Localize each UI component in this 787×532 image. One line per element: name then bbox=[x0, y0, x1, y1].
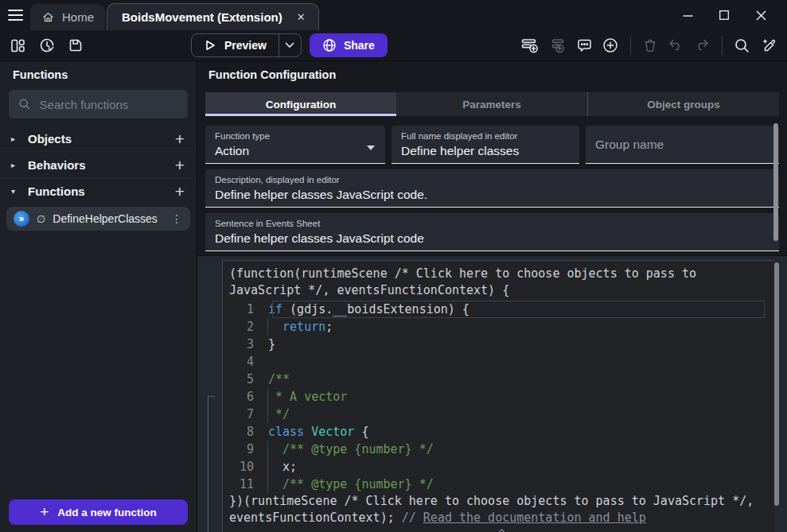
window-controls bbox=[669, 0, 779, 30]
add-comment-icon bbox=[576, 37, 593, 54]
function-item-label: DefineHelperClasses bbox=[53, 212, 164, 225]
code-line[interactable]: 11 /** @type {number} */ bbox=[229, 476, 774, 493]
description-field[interactable]: Description, displayed in editor Define … bbox=[205, 169, 779, 208]
save-button[interactable] bbox=[68, 37, 84, 53]
add-function-button[interactable]: + bbox=[175, 183, 185, 200]
line-number: 5 bbox=[229, 371, 266, 388]
close-window-button[interactable] bbox=[742, 0, 779, 30]
chevron-right-icon[interactable]: ▸ bbox=[11, 134, 19, 143]
private-icon: ∅ bbox=[37, 213, 45, 225]
undo-button[interactable] bbox=[667, 37, 684, 53]
line-number: 9 bbox=[229, 441, 266, 458]
code-text: /** @type {number} */ bbox=[266, 476, 434, 493]
code-line[interactable]: 6 * A vector bbox=[229, 388, 774, 406]
search-events-button[interactable] bbox=[734, 37, 750, 54]
title-bar: Home BoidsMovement (Extension) ✕ bbox=[0, 0, 787, 30]
tab-home[interactable]: Home bbox=[30, 4, 105, 30]
editor-scrollbar[interactable] bbox=[774, 262, 779, 506]
open-panels-button[interactable] bbox=[10, 37, 26, 54]
search-functions-box[interactable] bbox=[9, 90, 188, 118]
functions-sidebar: Functions ▸ Objects + ▸ Behaviors + ▾ Fu… bbox=[0, 61, 197, 532]
tree-section-objects[interactable]: ▸ Objects + bbox=[0, 126, 197, 152]
code-line[interactable]: 4 bbox=[229, 353, 774, 371]
toolbar: Preview Share bbox=[0, 30, 787, 60]
code-line[interactable]: 8class Vector { bbox=[229, 423, 774, 441]
close-window-icon bbox=[756, 10, 766, 21]
tab-boidsmovement[interactable]: BoidsMovement (Extension) ✕ bbox=[107, 3, 319, 30]
tree-section-behaviors[interactable]: ▸ Behaviors + bbox=[0, 152, 197, 178]
code-line[interactable]: 10 x; bbox=[229, 458, 774, 476]
code-header[interactable]: (function(runtimeScene /* Click here to … bbox=[229, 266, 767, 299]
search-icon bbox=[734, 37, 750, 54]
chevron-down-icon[interactable]: ▾ bbox=[11, 187, 19, 196]
tab-home-label: Home bbox=[62, 10, 94, 24]
code-text: } bbox=[266, 336, 275, 353]
code-text: /** @type {number} */ bbox=[266, 441, 434, 458]
field-value: Action bbox=[215, 144, 376, 158]
app-window: Home BoidsMovement (Extension) ✕ bbox=[0, 0, 787, 532]
tab-configuration[interactable]: Configuration bbox=[205, 92, 396, 116]
code-line[interactable]: 5/** bbox=[229, 371, 774, 388]
tab-label: Configuration bbox=[266, 99, 336, 111]
add-event-button[interactable] bbox=[520, 37, 540, 54]
tab-parameters[interactable]: Parameters bbox=[396, 92, 587, 116]
line-number: 2 bbox=[229, 318, 266, 336]
line-number: 3 bbox=[229, 336, 266, 353]
config-scrollbar[interactable] bbox=[773, 123, 778, 241]
add-more-button[interactable] bbox=[602, 37, 619, 54]
group-name-field[interactable]: Group name bbox=[586, 126, 779, 164]
preview-button[interactable]: Preview bbox=[192, 34, 279, 56]
code-footer: })(runtimeScene /* Click here to choose … bbox=[229, 493, 767, 526]
tree-section-functions[interactable]: ▾ Functions + bbox=[0, 178, 197, 204]
minimize-button[interactable] bbox=[669, 0, 706, 30]
js-code-event[interactable]: (function(runtimeScene /* Click here to … bbox=[222, 259, 774, 532]
add-new-function-button[interactable]: + Add a new function bbox=[9, 499, 188, 525]
tree-section-label: Objects bbox=[28, 132, 166, 146]
code-line[interactable]: 3} bbox=[229, 336, 774, 353]
preview-options-button[interactable] bbox=[279, 34, 301, 56]
main-menu-button[interactable] bbox=[0, 0, 30, 30]
share-label: Share bbox=[344, 39, 375, 52]
field-value: Define helper classes JavaScript code. bbox=[215, 188, 769, 202]
code-line[interactable]: 9 /** @type {number} */ bbox=[229, 441, 774, 458]
kebab-menu-icon[interactable]: ⋮ bbox=[171, 212, 182, 225]
undo-icon bbox=[667, 37, 684, 53]
field-placeholder: Group name bbox=[595, 138, 664, 152]
tab-object-groups[interactable]: Object groups bbox=[587, 92, 779, 116]
field-label: Sentence in Events Sheet bbox=[215, 219, 769, 228]
tab-label: Parameters bbox=[462, 99, 521, 111]
add-object-button[interactable]: + bbox=[175, 130, 185, 147]
trash-icon bbox=[642, 37, 658, 53]
function-item-selected[interactable]: » ∅ DefineHelperClasses ⋮ bbox=[6, 207, 190, 231]
home-icon bbox=[41, 10, 55, 24]
function-badge-icon: » bbox=[14, 211, 29, 227]
ai-edit-button[interactable] bbox=[759, 37, 777, 54]
tree-section-label: Behaviors bbox=[28, 158, 166, 172]
config-tabs: Configuration Parameters Object groups bbox=[205, 92, 779, 116]
function-type-select[interactable]: Function type Action bbox=[205, 126, 385, 164]
version-history-button[interactable] bbox=[38, 37, 56, 54]
share-button[interactable]: Share bbox=[310, 33, 388, 57]
full-name-field[interactable]: Full name displayed in editor Define hel… bbox=[392, 126, 579, 164]
code-line[interactable]: 2 return; bbox=[229, 318, 774, 336]
delete-button[interactable] bbox=[642, 37, 658, 53]
add-circle-icon bbox=[602, 37, 619, 54]
code-line[interactable]: 7 */ bbox=[229, 406, 774, 423]
line-number: 8 bbox=[229, 423, 266, 441]
sentence-field[interactable]: Sentence in Events Sheet Define helper c… bbox=[205, 213, 779, 251]
code-line[interactable]: 1if (gdjs.__boidsExtension) { bbox=[229, 301, 774, 318]
line-number: 4 bbox=[229, 353, 266, 371]
code-text: x; bbox=[266, 458, 297, 476]
documentation-link[interactable]: Read the documentation and help bbox=[423, 511, 646, 525]
redo-button[interactable] bbox=[693, 37, 711, 53]
chevron-right-icon[interactable]: ▸ bbox=[11, 161, 19, 169]
add-behavior-button[interactable]: + bbox=[175, 157, 185, 173]
code-lines: 1if (gdjs.__boidsExtension) {2 return;3}… bbox=[229, 301, 774, 493]
field-label: Function type bbox=[215, 131, 376, 141]
add-comment-button[interactable] bbox=[576, 37, 593, 54]
search-functions-input[interactable] bbox=[40, 98, 178, 111]
add-subevent-button[interactable] bbox=[548, 37, 567, 54]
maximize-button[interactable] bbox=[706, 0, 742, 30]
close-tab-icon[interactable]: ✕ bbox=[297, 11, 306, 23]
save-icon bbox=[68, 37, 84, 53]
